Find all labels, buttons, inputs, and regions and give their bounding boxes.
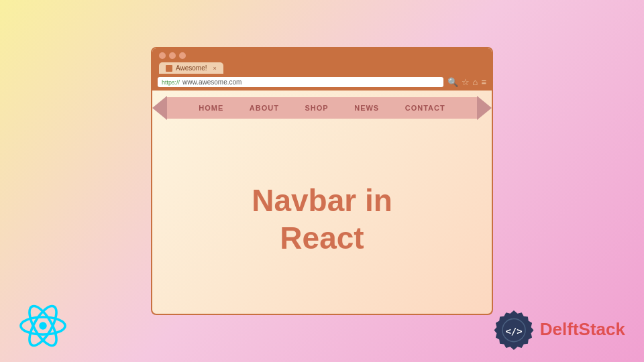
main-title-line1: Navbar in [252,183,392,218]
browser-window: Awesome! × https:// www.awesome.com 🔍 ☆ … [151,47,493,315]
delft-badge-icon: </> [493,308,535,350]
nav-item-contact[interactable]: CONTACT [405,104,445,112]
home-icon[interactable]: ⌂ [473,77,478,87]
nav-item-home[interactable]: HOME [199,104,223,112]
tab-favicon-icon [166,65,172,72]
svg-text:</>: </> [505,326,522,337]
browser-chrome: Awesome! × [152,48,492,74]
ribbon-left-decoration [152,96,167,120]
dot-yellow [169,52,176,59]
search-icon[interactable]: 🔍 [447,77,458,87]
main-title-line2: React [280,221,364,255]
address-protocol: https:// [162,79,180,86]
nav-item-news[interactable]: NEWS [354,104,379,112]
page-wrapper: Awesome! × https:// www.awesome.com 🔍 ☆ … [0,0,644,362]
address-bar[interactable]: https:// www.awesome.com [158,77,443,87]
tab-label: Awesome! [176,64,207,72]
delft-stack: Stack [579,319,625,339]
nav-item-shop[interactable]: SHOP [305,104,328,112]
browser-tab[interactable]: Awesome! × [159,62,223,74]
bookmark-icon[interactable]: ☆ [462,77,470,87]
react-logo [19,302,67,350]
browser-icons: 🔍 ☆ ⌂ ≡ [447,77,486,87]
navbar-ribbon: HOME ABOUT SHOP NEWS CONTACT [166,97,478,119]
delft-text: DelftStack [540,319,625,340]
tab-close-icon[interactable]: × [213,65,217,72]
svg-point-0 [39,322,47,330]
main-title: Navbar in React [252,182,392,256]
address-domain: www.awesome.com [182,78,241,86]
ribbon-right-decoration [477,96,492,120]
browser-dots [159,52,485,59]
menu-icon[interactable]: ≡ [481,77,486,87]
browser-content: Navbar in React [152,125,492,314]
browser-tab-bar: Awesome! × [159,62,485,74]
dot-red [159,52,166,59]
address-bar-row: https:// www.awesome.com 🔍 ☆ ⌂ ≡ [152,74,492,90]
nav-item-about[interactable]: ABOUT [250,104,279,112]
delft-highlight: Delft [540,319,579,339]
navbar-area: HOME ABOUT SHOP NEWS CONTACT [152,90,492,125]
delft-logo: </> DelftStack [493,308,625,350]
dot-green [179,52,186,59]
